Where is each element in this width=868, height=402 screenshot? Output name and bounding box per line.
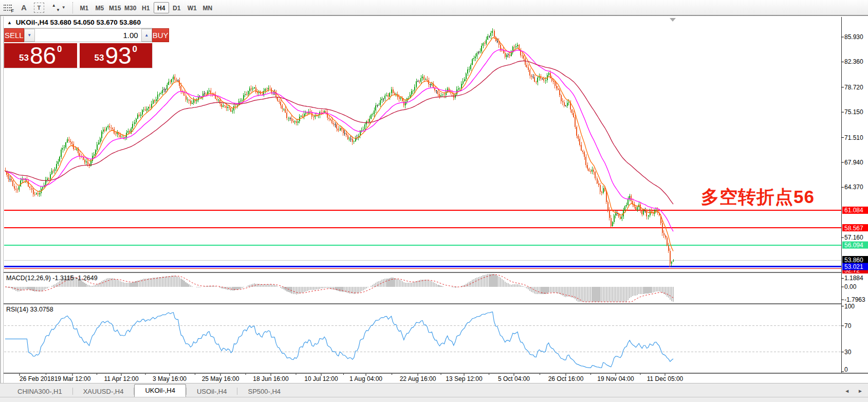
tab-scroll-arrows: ◄ ► bbox=[844, 388, 863, 394]
ohlc-values: 53.680 54.050 53.670 53.860 bbox=[50, 19, 140, 26]
fibonacci-icon: F bbox=[4, 3, 14, 12]
svg-text:85.930: 85.930 bbox=[844, 33, 863, 41]
svg-text:10 Jul 12:00: 10 Jul 12:00 bbox=[304, 375, 338, 382]
symbol-tab-ukoilh4[interactable]: UKOil-,H4 bbox=[134, 384, 186, 397]
svg-text:61.084: 61.084 bbox=[844, 207, 863, 214]
svg-text:19 Mar 12:00: 19 Mar 12:00 bbox=[54, 375, 91, 382]
sell-price-point: 0 bbox=[57, 44, 62, 54]
tf-button-d1[interactable]: D1 bbox=[169, 2, 184, 13]
symbol-tab-usoilh4[interactable]: USOil-,H4 bbox=[187, 386, 237, 397]
buy-button[interactable]: BUY bbox=[152, 28, 169, 42]
svg-text:67.940: 67.940 bbox=[844, 159, 863, 166]
svg-text:100: 100 bbox=[844, 303, 855, 310]
buy-price-whole: 53 bbox=[94, 53, 104, 63]
volume-increase-button[interactable]: ▲ bbox=[141, 29, 152, 42]
fibonacci-tool-button[interactable]: F bbox=[4, 2, 14, 13]
collapse-arrow-icon[interactable]: ▲ bbox=[7, 20, 12, 25]
svg-text:5 Oct 04:00: 5 Oct 04:00 bbox=[498, 375, 530, 382]
svg-text:1 Aug 04:00: 1 Aug 04:00 bbox=[349, 375, 382, 382]
svg-text:70: 70 bbox=[844, 322, 852, 330]
arrows-icon: ▲ ▼ bbox=[51, 3, 61, 12]
volume-decrease-button[interactable]: ▼ bbox=[24, 29, 35, 42]
text-box-tool-button[interactable]: T bbox=[34, 2, 44, 13]
one-click-trade-panel: SELL ▼ ▲ BUY 53 86 0 53 93 0 bbox=[4, 28, 152, 68]
macd-indicator-label: MACD(12,26,9) -1.3115 -1.2649 bbox=[6, 275, 98, 282]
volume-spinner: ▼ ▲ bbox=[24, 28, 152, 42]
svg-text:78.720: 78.720 bbox=[844, 84, 863, 91]
symbol-tab-china300h1[interactable]: CHINA300-,H1 bbox=[7, 386, 72, 397]
tf-button-h1[interactable]: H1 bbox=[138, 2, 154, 13]
top-toolbar: F A T ▲ ▼ ▼ M1M5M15M30H1H4D1W1MN bbox=[0, 0, 868, 15]
tf-button-h4[interactable]: H4 bbox=[154, 2, 169, 13]
status-bar bbox=[0, 397, 868, 402]
svg-text:1.1884: 1.1884 bbox=[844, 275, 863, 282]
svg-text:13 Sep 12:00: 13 Sep 12:00 bbox=[446, 375, 483, 382]
rsi-indicator-label: RSI(14) 33.0758 bbox=[6, 306, 53, 313]
symbol-tab-xauusdh4[interactable]: XAUUSD-,H4 bbox=[73, 386, 134, 397]
arrows-tool-button[interactable]: ▲ ▼ ▼ bbox=[51, 2, 66, 13]
svg-text:58.567: 58.567 bbox=[844, 225, 863, 232]
svg-text:11 Apr 12:00: 11 Apr 12:00 bbox=[104, 375, 138, 382]
toolbar-separator bbox=[72, 2, 73, 13]
tf-button-m15[interactable]: M15 bbox=[107, 2, 123, 13]
sell-price-button[interactable]: 53 86 0 bbox=[4, 43, 77, 68]
svg-text:56.094: 56.094 bbox=[844, 242, 863, 249]
svg-text:71.510: 71.510 bbox=[844, 134, 863, 141]
svg-text:25 May 16:00: 25 May 16:00 bbox=[202, 375, 239, 382]
chevron-down-icon: ▼ bbox=[27, 33, 31, 38]
sell-price-pips: 86 bbox=[30, 44, 56, 67]
tf-button-m5[interactable]: M5 bbox=[92, 2, 107, 13]
symbol-period-label: UKOil-,H4 bbox=[16, 19, 48, 26]
tf-button-m1[interactable]: M1 bbox=[77, 2, 92, 13]
svg-text:53.021: 53.021 bbox=[844, 263, 863, 270]
chevron-down-icon[interactable]: ▼ bbox=[62, 5, 66, 10]
volume-input[interactable] bbox=[35, 29, 141, 42]
mt4-terminal: F A T ▲ ▼ ▼ M1M5M15M30H1H4D1W1MN 85.9308… bbox=[0, 0, 868, 402]
svg-text:53.860: 53.860 bbox=[844, 257, 863, 264]
annotation-text[interactable]: 多空转折点56 bbox=[701, 185, 815, 209]
text-label-icon: A bbox=[21, 3, 27, 12]
svg-text:0: 0 bbox=[844, 366, 848, 373]
chevron-up-icon: ▲ bbox=[144, 33, 149, 38]
svg-text:0.00: 0.00 bbox=[844, 283, 857, 290]
timeframe-button-group: M1M5M15M30H1H4D1W1MN bbox=[77, 2, 215, 13]
svg-text:26 Feb 2018: 26 Feb 2018 bbox=[20, 375, 54, 382]
chart-ohlc-header: ▲ UKOil-,H4 53.680 54.050 53.670 53.860 bbox=[7, 19, 141, 26]
buy-price-pips: 93 bbox=[105, 44, 131, 67]
svg-text:11 Dec 05:00: 11 Dec 05:00 bbox=[647, 375, 684, 382]
tab-scroll-right-icon[interactable]: ► bbox=[858, 388, 863, 394]
sell-price-whole: 53 bbox=[19, 53, 29, 63]
sell-button[interactable]: SELL bbox=[4, 28, 24, 42]
svg-text:30: 30 bbox=[844, 349, 852, 356]
tf-button-mn[interactable]: MN bbox=[200, 2, 215, 13]
text-box-icon: T bbox=[34, 3, 44, 13]
svg-text:26 Oct 16:00: 26 Oct 16:00 bbox=[548, 375, 584, 382]
svg-text:3 May 16:00: 3 May 16:00 bbox=[153, 375, 187, 382]
price-axis[interactable]: 85.93082.36078.72075.15071.51067.94064.3… bbox=[841, 17, 868, 373]
tf-button-m30[interactable]: M30 bbox=[123, 2, 138, 13]
tab-scroll-left-icon[interactable]: ◄ bbox=[844, 388, 849, 394]
symbol-tab-bar: CHINA300-,H1XAUUSD-,H4UKOil-,H4USOil-,H4… bbox=[0, 383, 868, 397]
svg-text:22 Aug 16:00: 22 Aug 16:00 bbox=[400, 375, 436, 382]
svg-text:75.150: 75.150 bbox=[844, 108, 863, 116]
buy-price-button[interactable]: 53 93 0 bbox=[80, 43, 153, 68]
svg-text:57.160: 57.160 bbox=[844, 234, 863, 241]
buy-price-point: 0 bbox=[133, 44, 137, 54]
svg-text:19 Nov 04:00: 19 Nov 04:00 bbox=[597, 375, 634, 382]
svg-text:82.360: 82.360 bbox=[844, 58, 863, 65]
symbol-tab-sp500h4[interactable]: SP500-,H4 bbox=[237, 386, 291, 397]
symbol-tabs: CHINA300-,H1XAUUSD-,H4UKOil-,H4USOil-,H4… bbox=[7, 384, 291, 397]
svg-text:18 Jun 16:00: 18 Jun 16:00 bbox=[253, 375, 289, 382]
svg-text:64.370: 64.370 bbox=[844, 184, 863, 191]
text-label-tool-button[interactable]: A bbox=[21, 2, 27, 13]
tf-button-w1[interactable]: W1 bbox=[184, 2, 200, 13]
